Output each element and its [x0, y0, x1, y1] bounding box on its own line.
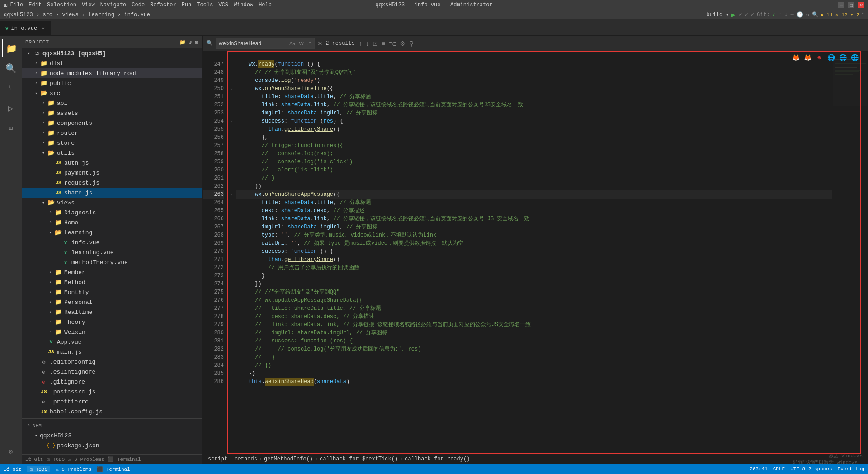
breadcrumb-ready[interactable]: callback for ready()	[405, 456, 470, 462]
sidebar-item-store[interactable]: store	[22, 138, 202, 148]
search-input-wrapper[interactable]: Aa W .*	[216, 38, 315, 49]
menu-refactor[interactable]: Refactor	[150, 2, 176, 8]
search-find-in-selection-btn[interactable]: ≡	[380, 40, 387, 47]
search-prev-btn[interactable]: ↑	[358, 40, 363, 47]
menu-navigate[interactable]: Navigate	[100, 2, 127, 8]
code-content[interactable]: wx.ready(function () { // // 分享到朋友圈"及"分享…	[236, 51, 832, 454]
sidebar-item-node-modules[interactable]: node_modules library root	[22, 68, 202, 78]
refresh-icon[interactable]: ↺	[189, 39, 193, 45]
new-file-icon[interactable]: +	[173, 39, 177, 45]
sidebar-item-main-js[interactable]: JS main.js	[22, 347, 202, 357]
git-arrow-right[interactable]: →	[790, 12, 793, 18]
git-arrow-down[interactable]: ↓	[784, 12, 788, 18]
menu-bar[interactable]: File Edit Selection View Navigate Code R…	[10, 2, 272, 8]
search-filter-btn[interactable]: ⚲	[408, 40, 415, 47]
sidebar-item-learning[interactable]: Learning	[22, 228, 202, 237]
sidebar-item-home[interactable]: Home	[22, 218, 202, 228]
clock-icon[interactable]: 🕐	[797, 11, 803, 18]
activity-extensions[interactable]: ⊞	[2, 119, 20, 137]
collapse-icon[interactable]: ⊟	[195, 39, 198, 45]
sidebar-item-eslintignore[interactable]: ⊙ .eslintignore	[22, 367, 202, 377]
terminal-icon[interactable]: ⬛ Terminal	[108, 456, 141, 462]
search-close-btn[interactable]: ✕	[317, 40, 323, 47]
search-extra-btn[interactable]: ⚙	[398, 40, 407, 47]
breadcrumb-nexttick[interactable]: callback for $nextTick()	[320, 456, 398, 462]
search-word-btn[interactable]: W	[298, 41, 304, 46]
tab-close-icon[interactable]: ✕	[42, 25, 45, 31]
browser-icon-3[interactable]: ⊕	[815, 53, 824, 62]
sidebar-item-editorconfig[interactable]: ⚙ .editorconfig	[22, 357, 202, 367]
undo-icon[interactable]: ↺	[806, 11, 809, 18]
status-encoding[interactable]: UTF-8 2 spaces	[790, 466, 832, 472]
sidebar-item-prettierrc[interactable]: ⊙ .prettierrc	[22, 397, 202, 407]
sidebar-item-dist[interactable]: dist	[22, 58, 202, 68]
activity-git[interactable]: ⑂	[2, 79, 20, 97]
search-global-icon[interactable]: 🔍	[812, 11, 819, 18]
sidebar-item-method[interactable]: Method	[22, 277, 202, 287]
search-select-all-btn[interactable]: ⊡	[371, 40, 379, 47]
browser-icon-2[interactable]: 🦊	[803, 53, 812, 62]
browser-icon-1[interactable]: 🦊	[791, 53, 800, 62]
search-case-btn[interactable]: Aa	[288, 41, 296, 46]
close-button[interactable]: ✕	[858, 2, 864, 8]
menu-selection[interactable]: Selection	[47, 2, 76, 8]
minimize-button[interactable]: ─	[838, 2, 844, 8]
sidebar-item-personal[interactable]: Personal	[22, 297, 202, 307]
activity-search[interactable]: 🔍	[2, 59, 20, 77]
todo-icon[interactable]: ☑ TODO	[47, 456, 65, 462]
menu-file[interactable]: File	[10, 2, 23, 8]
new-folder-icon[interactable]: 📁	[179, 39, 186, 45]
sidebar-item-postcssrc[interactable]: JS .postcssrc.js	[22, 387, 202, 397]
npm-header[interactable]: npm	[22, 421, 202, 431]
status-git[interactable]: ⎇ Git	[4, 466, 21, 472]
sidebar-item-diagnosis[interactable]: Diagnosis	[22, 208, 202, 218]
expand-icon[interactable]: ⌃	[861, 11, 864, 18]
breadcrumb-methods[interactable]: methods	[234, 456, 257, 462]
breadcrumb-script[interactable]: script	[208, 456, 227, 462]
sidebar-item-public[interactable]: public	[22, 78, 202, 88]
menu-tools[interactable]: Tools	[197, 2, 213, 8]
tab-info-vue[interactable]: V info.vue ✕	[0, 21, 51, 35]
status-terminal[interactable]: ⬛ Terminal	[97, 466, 130, 472]
sidebar-item-assets[interactable]: assets	[22, 108, 202, 118]
sidebar-item-member[interactable]: Member	[22, 267, 202, 277]
check-icon-2[interactable]: ✓	[745, 11, 748, 18]
git-checkmark[interactable]: ✓	[773, 11, 776, 18]
sidebar-item-learning-vue[interactable]: V learning.vue	[22, 247, 202, 257]
menu-run[interactable]: Run	[182, 2, 192, 8]
sidebar-item-utils[interactable]: utils	[22, 148, 202, 158]
menu-view[interactable]: View	[82, 2, 95, 8]
menu-edit[interactable]: Edit	[28, 2, 42, 8]
sidebar-item-weixin[interactable]: Weixin	[22, 327, 202, 337]
menu-code[interactable]: Code	[132, 2, 145, 8]
activity-settings[interactable]: ⚙	[2, 442, 20, 460]
git-status-icon[interactable]: ⎇ Git	[25, 456, 43, 462]
status-crlf[interactable]: CRLF	[773, 466, 785, 472]
check-icon-3[interactable]: ✓	[751, 11, 754, 18]
sidebar-item-components[interactable]: components	[22, 118, 202, 128]
menu-window[interactable]: Window	[234, 2, 253, 8]
npm-project-item[interactable]: qqxsH5123	[22, 431, 202, 441]
browser-icon-4[interactable]: 🌐	[826, 53, 835, 62]
window-controls[interactable]: ─ □ ✕	[838, 2, 864, 8]
sidebar-item-realtime[interactable]: Realtime	[22, 307, 202, 317]
problems-icon[interactable]: ⚠ 6 Problems	[68, 456, 104, 462]
run-icon[interactable]: ▶	[731, 10, 736, 19]
sidebar-item-request-js[interactable]: JS request.js	[22, 178, 202, 188]
menu-vcs[interactable]: VCS	[218, 2, 228, 8]
git-arrow-up[interactable]: ↑	[778, 12, 782, 18]
event-log[interactable]: Event Log	[838, 466, 864, 472]
sidebar-item-app-vue[interactable]: V App.vue	[22, 337, 202, 347]
status-todo[interactable]: ☑ TODO	[27, 466, 50, 472]
sidebar-item-babel-config[interactable]: JS babel.config.js	[22, 407, 202, 417]
status-problems[interactable]: ⚠ 6 Problems	[56, 466, 91, 472]
npm-package-json[interactable]: { } package.json	[22, 441, 202, 450]
check-icon[interactable]: ✓	[739, 11, 742, 18]
sidebar-item-share-js[interactable]: JS share.js	[22, 188, 202, 198]
sidebar-item-monthly[interactable]: Monthly	[22, 287, 202, 297]
browser-icon-5[interactable]: 🌐	[838, 53, 847, 62]
sidebar-header-icons[interactable]: + 📁 ↺ ⊟	[173, 39, 198, 45]
maximize-button[interactable]: □	[848, 2, 854, 8]
breadcrumb-getmethodinfo[interactable]: getMethodInfo()	[264, 456, 313, 462]
sidebar-item-gitignore[interactable]: ⊙ .gitignore	[22, 377, 202, 387]
